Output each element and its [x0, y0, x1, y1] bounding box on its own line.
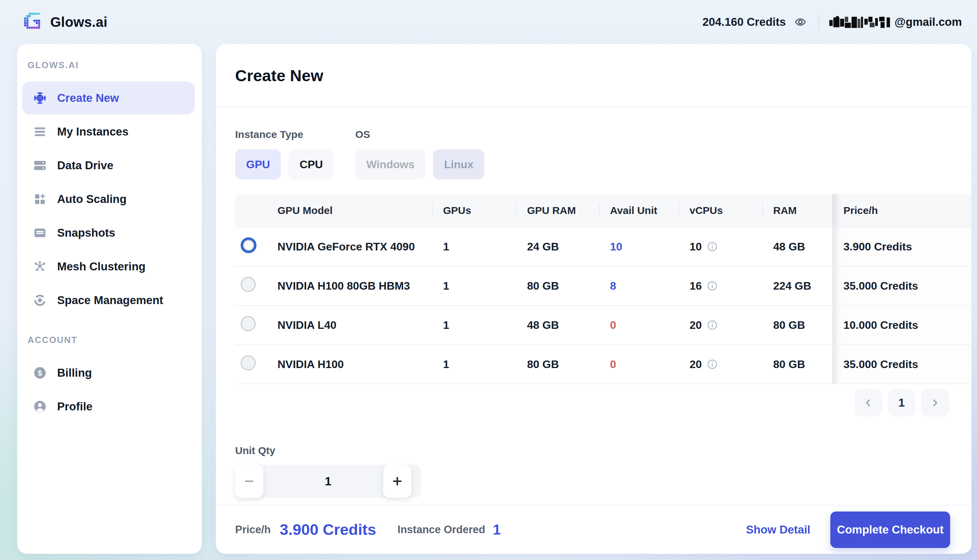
vcpus-cell: 20	[678, 345, 762, 384]
avail-unit-cell: 10	[599, 227, 678, 266]
footer-price-label: Price/h	[235, 523, 271, 536]
instance-type-cpu[interactable]: CPU	[289, 149, 334, 180]
table-row[interactable]: NVIDIA H100 80GB HBM3180 GB816224 GB35.0…	[235, 266, 972, 305]
unit-qty-label: Unit Qty	[235, 445, 972, 457]
profile-icon	[33, 400, 47, 413]
instance-type-label: Instance Type	[235, 128, 334, 140]
sidebar-item-space-management[interactable]: Space Management	[22, 284, 195, 317]
snapshot-icon	[33, 226, 47, 240]
radio-button-selected[interactable]	[240, 237, 257, 253]
sidebar-item-label: Billing	[57, 366, 92, 379]
instance-type-gpu[interactable]: GPU	[235, 149, 281, 180]
unit-qty-section: Unit Qty 1	[235, 445, 972, 498]
gpu-ram-cell: 80 GB	[516, 345, 599, 384]
vcpus-value: 10	[690, 240, 702, 253]
info-icon[interactable]	[707, 320, 718, 330]
column-header-gpu-ram: GPU RAM	[516, 194, 599, 227]
glows-logo-icon	[24, 13, 43, 31]
complete-checkout-button[interactable]: Complete Checkout	[830, 512, 950, 548]
instance-type-group: Instance Type GPUCPU	[235, 128, 334, 180]
pagination: 1	[216, 389, 972, 417]
gpu-table-zone: GPU ModelGPUsGPU RAMAvail UnitvCPUsRAMPr…	[235, 194, 972, 384]
sidebar-item-mesh-clustering[interactable]: Mesh Clustering	[22, 250, 195, 283]
ram-cell: 224 GB	[762, 266, 832, 305]
sidebar-item-billing[interactable]: $Billing	[22, 357, 195, 389]
sidebar-section-account: ACCOUNT	[17, 335, 202, 345]
radio-cell	[235, 227, 262, 266]
sidebar-item-snapshots[interactable]: Snapshots	[22, 217, 195, 249]
sidebar-item-auto-scaling[interactable]: Auto Scaling	[22, 183, 195, 216]
header-divider	[818, 14, 819, 30]
sidebar-item-label: Data Drive	[57, 159, 113, 172]
radio-cell	[235, 266, 262, 305]
gpus-cell: 1	[432, 345, 516, 384]
show-detail-link[interactable]: Show Detail	[746, 523, 810, 536]
avail-unit-cell: 0	[599, 305, 678, 345]
avail-unit-cell: 8	[599, 266, 678, 305]
table-header-row: GPU ModelGPUsGPU RAMAvail UnitvCPUsRAMPr…	[235, 194, 972, 227]
main-header: Create New	[216, 44, 972, 107]
redacted-username	[829, 15, 893, 29]
column-header-price-h: Price/h	[832, 194, 972, 227]
minus-icon[interactable]	[235, 465, 263, 498]
os-label: OS	[355, 128, 484, 140]
table-row[interactable]: NVIDIA H100180 GB02080 GB35.000 Credits	[235, 345, 972, 384]
footer-price-value: 3.900 Credits	[279, 521, 376, 539]
sidebar-item-label: Mesh Clustering	[57, 260, 145, 273]
sidebar-item-data-drive[interactable]: Data Drive	[22, 149, 195, 182]
checkout-footer: Price/h 3.900 Credits Instance Ordered 1…	[216, 505, 972, 554]
info-icon[interactable]	[707, 241, 718, 252]
price-cell: 10.000 Credits	[832, 305, 972, 345]
footer-ordered-value: 1	[493, 522, 501, 538]
page-title: Create New	[235, 66, 323, 85]
email-domain: @gmail.com	[895, 15, 962, 28]
sidebar-nav: Create NewMy InstancesData DriveAuto Sca…	[17, 82, 202, 317]
info-icon[interactable]	[707, 280, 718, 292]
sidebar-item-label: Auto Scaling	[57, 193, 127, 206]
gpu-ram-cell: 24 GB	[516, 227, 599, 266]
topbar-right: 204.160 Credits @gmail.com	[702, 14, 962, 30]
plus-icon[interactable]	[383, 465, 411, 498]
gpus-cell: 1	[432, 227, 516, 266]
ram-cell: 48 GB	[762, 227, 832, 266]
column-header-vcpus: vCPUs	[678, 194, 762, 227]
table-row[interactable]: NVIDIA L40148 GB02080 GB10.000 Credits	[235, 305, 972, 345]
table-row[interactable]: NVIDIA GeForce RTX 4090124 GB101048 GB3.…	[235, 227, 972, 266]
filters: Instance Type GPUCPU OS WindowsLinux	[235, 128, 952, 180]
os-group: OS WindowsLinux	[355, 128, 484, 180]
gpu-model-cell: NVIDIA H100	[262, 345, 432, 384]
layout: GLOWS.AI Create NewMy InstancesData Driv…	[0, 44, 977, 554]
drive-icon	[33, 158, 47, 172]
vcpus-cell: 16	[678, 266, 762, 305]
os-buttons: WindowsLinux	[355, 149, 484, 180]
sidebar-item-profile[interactable]: Profile	[22, 390, 195, 423]
sidebar-account-nav: $BillingProfile	[17, 357, 202, 424]
instance-type-buttons: GPUCPU	[235, 149, 334, 180]
page-number-button[interactable]: 1	[888, 389, 915, 417]
brand-name: Glows.ai	[50, 15, 107, 30]
gpu-model-cell: NVIDIA H100 80GB HBM3	[262, 266, 432, 305]
info-icon[interactable]	[707, 359, 718, 370]
sidebar-item-label: Profile	[57, 400, 93, 413]
radio-button[interactable]	[240, 316, 256, 331]
radio-button[interactable]	[240, 355, 256, 370]
brand[interactable]: Glows.ai	[24, 13, 107, 31]
os-option-windows[interactable]: Windows	[355, 149, 426, 180]
radio-cell	[235, 345, 262, 384]
sidebar-item-label: Snapshots	[57, 226, 115, 239]
sidebar-item-create-new[interactable]: Create New	[22, 82, 195, 115]
gpu-table: GPU ModelGPUsGPU RAMAvail UnitvCPUsRAMPr…	[235, 194, 972, 384]
chevron-left-icon[interactable]	[855, 389, 882, 417]
sidebar-item-my-instances[interactable]: My Instances	[22, 115, 195, 148]
vcpus-value: 16	[690, 280, 702, 292]
billing-icon: $	[33, 366, 47, 380]
sidebar-item-label: Create New	[57, 92, 119, 105]
radio-button[interactable]	[240, 277, 256, 292]
os-option-linux[interactable]: Linux	[433, 149, 484, 180]
price-cell: 35.000 Credits	[832, 266, 972, 305]
gpus-cell: 1	[432, 305, 516, 345]
footer-ordered-label: Instance Ordered	[397, 523, 485, 536]
eye-icon[interactable]	[793, 15, 808, 30]
chevron-right-icon[interactable]	[921, 389, 949, 417]
user-email: @gmail.com	[829, 15, 962, 29]
